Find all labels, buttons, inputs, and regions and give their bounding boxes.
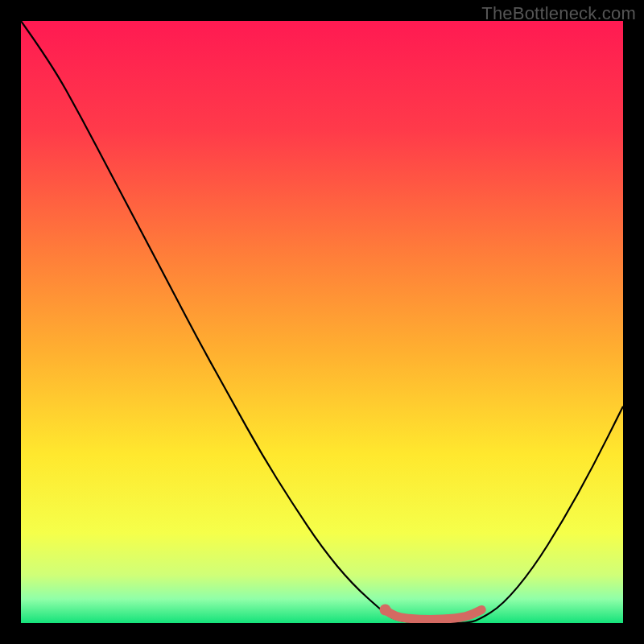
accent-plateau xyxy=(386,610,482,620)
plot-area xyxy=(21,21,623,623)
accent-dot xyxy=(380,605,391,616)
watermark-text: TheBottleneck.com xyxy=(481,3,636,24)
bottleneck-curve xyxy=(21,21,623,623)
curve-layer xyxy=(21,21,623,623)
